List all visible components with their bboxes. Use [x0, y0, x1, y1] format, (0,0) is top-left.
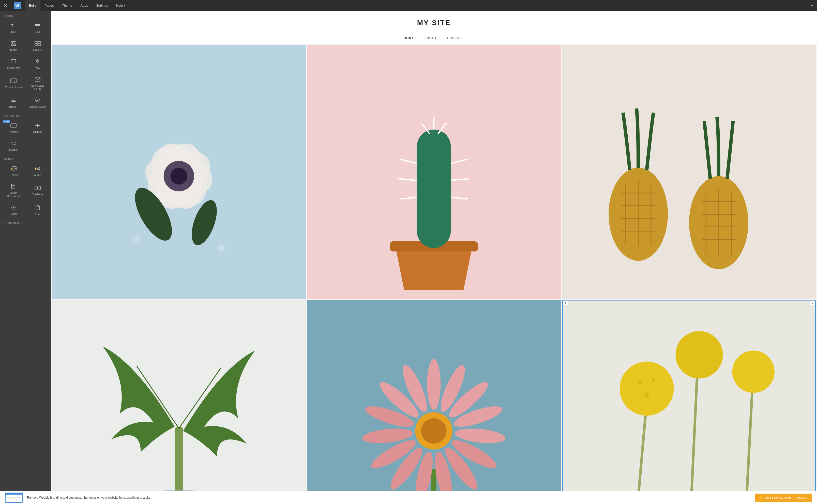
- svg-point-48: [170, 168, 187, 185]
- sidebar-item-slideshow-label: Slideshow: [7, 66, 20, 69]
- slideshow-icon: [10, 58, 17, 64]
- footer-preview-thumbnail: [5, 493, 23, 503]
- gallery-cell-4[interactable]: [52, 300, 306, 491]
- sidebar-item-text[interactable]: Text: [26, 19, 49, 36]
- gallery-cell-1[interactable]: [52, 45, 306, 299]
- sidebar-item-map-label: Map: [35, 66, 40, 69]
- tab-help[interactable]: Help ▾: [112, 0, 130, 11]
- weebly-logo: W: [11, 0, 24, 11]
- sidebar-item-scribd-document[interactable]: Scribd Document: [2, 180, 25, 200]
- tab-apps[interactable]: Apps: [76, 0, 92, 11]
- site-nav-about[interactable]: ABOUT: [425, 36, 437, 40]
- svg-point-112: [732, 351, 775, 393]
- sidebar-item-divider-label: Divider: [33, 130, 42, 134]
- scribd-document-icon: [10, 183, 17, 190]
- svg-rect-10: [35, 44, 37, 46]
- flash-icon: [10, 204, 17, 211]
- new-badge: NEW: [3, 120, 10, 123]
- sidebar-item-newsletter-form-label: Newsletter Form: [28, 84, 47, 91]
- svg-marker-38: [37, 187, 39, 189]
- svg-rect-12: [11, 59, 16, 63]
- sidebar-item-title[interactable]: T Title: [2, 19, 25, 36]
- sidebar-media-grid: ⚡ HD Video ⚡ Audio: [0, 162, 51, 218]
- svg-point-7: [12, 42, 13, 43]
- tab-settings[interactable]: Settings: [92, 0, 112, 11]
- sidebar: BASIC T Title Text: [0, 11, 51, 491]
- sidebar-item-section[interactable]: NEW Section: [2, 119, 25, 136]
- move-icon: ⠿: [563, 301, 568, 305]
- svg-point-14: [37, 60, 38, 61]
- site-nav-contact[interactable]: CONTACT: [447, 36, 465, 40]
- svg-text:W: W: [15, 4, 19, 8]
- hd-video-icon: ⚡: [10, 166, 17, 172]
- gallery-cell-3[interactable]: [562, 45, 816, 299]
- sidebar-section-media-label: MEDIA: [0, 154, 51, 162]
- sidebar-item-contact-form[interactable]: Contact Form: [2, 73, 25, 93]
- sidebar-item-gallery[interactable]: Gallery: [26, 37, 49, 54]
- gallery-cell-5-inner: [307, 300, 561, 491]
- tab-theme[interactable]: Theme: [58, 0, 76, 11]
- svg-point-114: [652, 379, 655, 382]
- nav-right-controls: □▾: [808, 3, 817, 9]
- gallery-cell-4-inner: [52, 300, 306, 491]
- gallery-cell-6[interactable]: ⠿ ✕: [562, 300, 816, 491]
- tab-build[interactable]: Build: [25, 0, 40, 11]
- canvas-area[interactable]: MY SITE HOME ABOUT CONTACT: [51, 11, 817, 491]
- sidebar-item-map[interactable]: Map: [26, 55, 49, 72]
- svg-point-110: [620, 361, 674, 416]
- lightning-icon: ⚡: [759, 496, 763, 500]
- preview-icon[interactable]: □▾: [808, 3, 814, 9]
- svg-rect-24: [11, 124, 16, 127]
- svg-rect-8: [35, 41, 37, 43]
- site-header: MY SITE HOME ABOUT CONTACT: [51, 11, 817, 44]
- close-button[interactable]: ✕: [0, 0, 11, 11]
- customize-footer-button[interactable]: ⚡ CUSTOMIZE YOUR FOOTER: [755, 494, 812, 502]
- gallery-icon: [34, 40, 41, 46]
- gallery-section: ⠿ ✕: [51, 44, 817, 491]
- sidebar-item-flash[interactable]: Flash: [2, 201, 25, 218]
- sidebar-item-embed-code[interactable]: Embed Code: [26, 94, 49, 111]
- audio-icon: ⚡: [34, 166, 41, 172]
- sidebar-item-slideshow[interactable]: Slideshow: [2, 55, 25, 72]
- svg-point-52: [218, 245, 225, 251]
- section-icon: [10, 122, 17, 129]
- sidebar-item-embed-code-label: Embed Code: [29, 105, 45, 108]
- svg-line-23: [37, 99, 38, 102]
- gallery-cell-6-handle[interactable]: ⠿: [563, 301, 568, 305]
- site-canvas: MY SITE HOME ABOUT CONTACT: [51, 11, 817, 491]
- sidebar-item-button-label: Button: [9, 105, 18, 108]
- gallery-grid: ⠿ ✕: [51, 44, 817, 491]
- footer-preview-lines: [6, 495, 22, 502]
- logo-icon: W: [14, 2, 21, 9]
- svg-point-111: [675, 331, 723, 379]
- site-nav-home[interactable]: HOME: [404, 36, 415, 40]
- sidebar-item-file[interactable]: File: [26, 201, 49, 218]
- sidebar-item-youtube-label: YouTube: [32, 193, 43, 196]
- svg-rect-27: [11, 142, 16, 144]
- sidebar-item-newsletter-form[interactable]: Newsletter Form: [26, 73, 49, 93]
- sidebar-item-image[interactable]: Image: [2, 37, 25, 54]
- gallery-cell-2[interactable]: [307, 45, 561, 299]
- file-icon: [34, 204, 41, 211]
- sidebar-item-spacer-label: Spacer: [9, 148, 18, 151]
- footer-preview-line-1: [7, 497, 21, 498]
- gallery-cell-5[interactable]: [307, 300, 561, 491]
- gallery-cell-2-inner: [307, 45, 561, 299]
- sidebar-item-section-label: Section: [9, 130, 18, 134]
- svg-point-40: [13, 207, 14, 208]
- tab-pages[interactable]: Pages: [40, 0, 58, 11]
- sidebar-item-contact-form-label: Contact Form: [5, 86, 22, 89]
- sidebar-item-spacer[interactable]: Spacer: [2, 137, 25, 154]
- embed-code-icon: [34, 97, 41, 103]
- sidebar-item-hd-video-label: HD Video: [7, 174, 19, 177]
- map-icon: [34, 58, 41, 64]
- gallery-cell-6-close[interactable]: ✕: [810, 301, 815, 305]
- sidebar-item-audio[interactable]: ⚡ Audio: [26, 162, 49, 179]
- sidebar-item-hd-video[interactable]: ⚡ HD Video: [2, 162, 25, 179]
- sidebar-item-button[interactable]: Button: [2, 94, 25, 111]
- sidebar-item-divider[interactable]: Divider: [26, 119, 49, 136]
- gallery-cell-1-inner: [52, 45, 306, 299]
- svg-point-115: [644, 392, 649, 397]
- svg-rect-11: [38, 44, 40, 46]
- sidebar-item-youtube[interactable]: YouTube: [26, 180, 49, 200]
